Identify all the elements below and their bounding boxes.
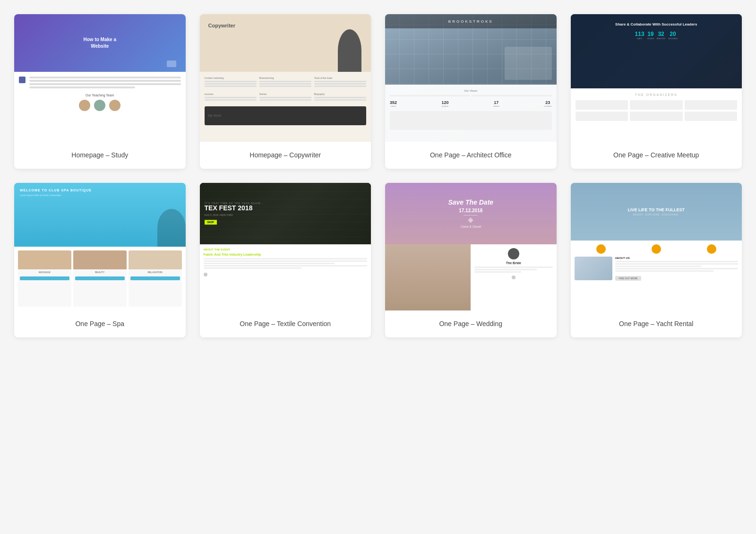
- copywriter-work-strip: My Work: [205, 106, 367, 125]
- yacht-about: ABOUT US FIND OUT MORE: [575, 257, 739, 281]
- meetup-white-section: THE ORGANIZERS: [571, 88, 742, 142]
- thumbnail-spa: WELCOME TO CLUB SPA BOUTIQUE Lorem ipsum…: [14, 183, 186, 310]
- yacht-icons: [575, 244, 739, 254]
- yacht-image: [575, 257, 612, 280]
- thumbnail-textile: IT'S THAT TIME OF THE YEAR AGAIN... TEX …: [200, 183, 371, 310]
- card-label-architect: One Page – Architect Office: [385, 142, 557, 169]
- thumbnail-yacht: LIVE LIFE TO THE FULLEST ENJOY. EXPLORE.…: [571, 183, 742, 310]
- textile-dots: [204, 273, 368, 276]
- card-label-textile: One Page – Textile Convention: [200, 310, 371, 337]
- card-label-wedding: One Page – Wedding: [385, 310, 557, 337]
- architect-brand: BROOKSTROKS: [448, 19, 493, 24]
- card-spa[interactable]: WELCOME TO CLUB SPA BOUTIQUE Lorem ipsum…: [14, 183, 186, 337]
- architect-vis: [390, 111, 552, 130]
- copywriter-title: Copywriter: [208, 23, 235, 28]
- meetup-top-content: Share & Collaborate With Successful Lead…: [571, 14, 742, 44]
- spa-figure: [157, 209, 186, 247]
- count-days: 113: [635, 31, 644, 37]
- bride-info: The Bride: [471, 244, 556, 310]
- card-label-spa: One Page – Spa: [14, 310, 186, 337]
- thumbnail-wedding: Save The Date 17.12.2018 Clara & David T…: [385, 183, 557, 310]
- textile-main-title: TEX FEST 2018: [205, 205, 264, 212]
- wedding-save-text: Save The Date: [448, 198, 493, 206]
- card-wedding[interactable]: Save The Date 17.12.2018 Clara & David T…: [385, 183, 557, 337]
- study-team-title: Our Teaching Team: [19, 94, 181, 97]
- spa-service-2: BEAUTY: [73, 250, 127, 307]
- card-label-meetup: One Page – Creative Meetup: [571, 142, 742, 169]
- avatar-2: [94, 100, 105, 111]
- study-team-row: [19, 100, 181, 111]
- bride-title-text: The Bride: [474, 261, 552, 265]
- thumbnail-copywriter: Copywriter Content marketing Brainstormi…: [200, 14, 371, 142]
- count-min-label: Minutes: [657, 37, 665, 40]
- card-label-copywriter: Homepage – Copywriter: [200, 142, 371, 169]
- meetup-headline: Share & Collaborate With Successful Lead…: [576, 22, 737, 27]
- yacht-sub: ENJOY. EXPLORE. DISCOVER.: [628, 213, 685, 216]
- avatar-3: [109, 100, 120, 111]
- yacht-about-text: ABOUT US FIND OUT MORE: [615, 257, 739, 281]
- copywriter-sections-2: Lectures Stories Biography: [205, 93, 367, 102]
- count-sec-label: Seconds: [668, 37, 678, 40]
- meetup-countdown: 113 Days 19 Hours 32 Minutes 20 Seconds: [576, 31, 737, 40]
- textile-about-sub: Fabric And Trim Industry Leadership: [204, 253, 368, 256]
- thumbnail-study: How to Make aWebsite Our Teaching Team: [14, 14, 186, 142]
- count-hours-label: Hours: [647, 37, 654, 40]
- count-hours: 19: [647, 31, 654, 37]
- wedding-date: 17.12.2018: [459, 208, 482, 213]
- bride-photo: [385, 244, 471, 310]
- organizers-title: THE ORGANIZERS: [576, 93, 738, 96]
- meetup-features: [576, 100, 738, 121]
- template-grid: How to Make aWebsite Our Teaching Team: [14, 14, 742, 337]
- wedding-names: Clara & David: [461, 225, 481, 228]
- card-yacht[interactable]: LIVE LIFE TO THE FULLEST ENJOY. EXPLORE.…: [571, 183, 742, 337]
- spa-services: MASSAGE BEAUTY RELAXATION: [14, 247, 186, 310]
- count-min: 32: [657, 31, 665, 37]
- textile-content: ABOUT THE EVENT Fabric And Trim Industry…: [200, 244, 371, 310]
- card-meetup[interactable]: Share & Collaborate With Successful Lead…: [571, 14, 742, 169]
- card-label-yacht: One Page – Yacht Rental: [571, 310, 742, 337]
- textile-date: AUG 5, 2018 • NEW YORK: [205, 214, 264, 216]
- architect-content: Our Vision 352 clients 120 projects: [385, 85, 557, 142]
- card-textile[interactable]: IT'S THAT TIME OF THE YEAR AGAIN... TEX …: [200, 183, 371, 337]
- yacht-hero: LIVE LIFE TO THE FULLEST ENJOY. EXPLORE.…: [571, 183, 742, 241]
- wedding-bottom: The Bride: [385, 244, 557, 310]
- study-headline: How to Make aWebsite: [84, 36, 116, 50]
- yacht-about-title: ABOUT US: [615, 257, 739, 259]
- copywriter-person: [338, 29, 361, 72]
- textile-title-block: IT'S THAT TIME OF THE YEAR AGAIN... TEX …: [205, 202, 264, 225]
- thumbnail-meetup: Share & Collaborate With Successful Lead…: [571, 14, 742, 142]
- thumbnail-architect: BROOKSTROKS Our Vision 352 clients 12: [385, 14, 557, 142]
- study-icon: [19, 77, 26, 83]
- study-play-btn: [167, 60, 176, 67]
- spa-hero: WELCOME TO CLUB SPA BOUTIQUE Lorem ipsum…: [14, 183, 186, 247]
- textile-btn: SHOP: [205, 220, 217, 224]
- card-architect[interactable]: BROOKSTROKS Our Vision 352 clients 12: [385, 14, 557, 169]
- count-days-label: Days: [635, 37, 644, 40]
- card-label-study: Homepage – Study: [14, 142, 186, 169]
- yacht-content: ABOUT US FIND OUT MORE: [571, 241, 742, 311]
- wedding-hero: Save The Date 17.12.2018 Clara & David: [385, 183, 557, 244]
- spa-service-3: RELAXATION: [129, 250, 182, 307]
- spa-service-1: MASSAGE: [18, 250, 71, 307]
- architect-photo: [505, 47, 552, 80]
- textile-hero: IT'S THAT TIME OF THE YEAR AGAIN... TEX …: [200, 183, 371, 244]
- textile-about-title: ABOUT THE EVENT: [204, 248, 368, 251]
- avatar-1: [79, 100, 90, 111]
- count-sec: 20: [668, 31, 678, 37]
- card-homepage-copywriter[interactable]: Copywriter Content marketing Brainstormi…: [200, 14, 371, 169]
- study-text-lines: [29, 77, 181, 90]
- architect-stats: 352 clients 120 projects 17 awards 23 co…: [390, 100, 552, 107]
- spa-tagline: WELCOME TO CLUB SPA BOUTIQUE: [20, 189, 92, 192]
- copywriter-sections: Content marketing Brainstorming Tools of…: [205, 77, 367, 88]
- card-homepage-study[interactable]: How to Make aWebsite Our Teaching Team: [14, 14, 186, 169]
- textile-text: [204, 258, 368, 269]
- yacht-tagline: LIVE LIFE TO THE FULLEST: [628, 207, 685, 213]
- architect-topbar: BROOKSTROKS: [385, 14, 557, 28]
